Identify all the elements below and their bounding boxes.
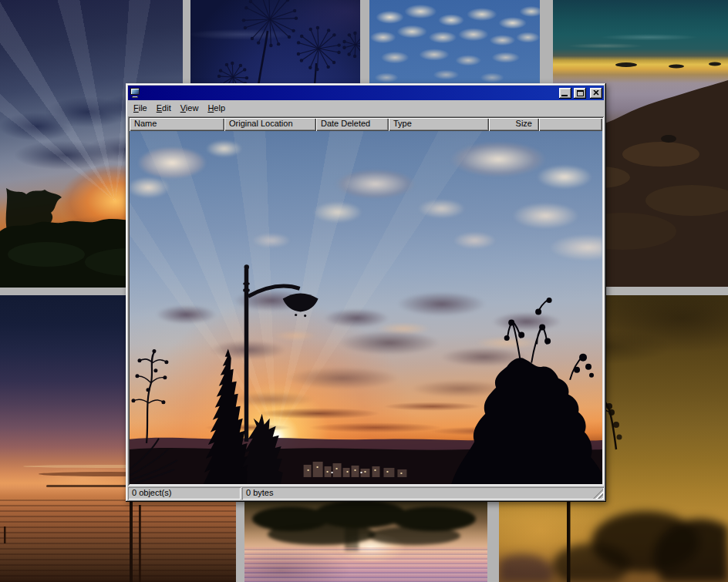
menu-help[interactable]: Help (203, 102, 230, 115)
column-header-name[interactable]: Name (130, 118, 224, 131)
menu-edit[interactable]: Edit (152, 102, 176, 115)
recycle-bin-window: File Edit View Help Name Original Locati… (126, 83, 606, 502)
column-header-date-deleted[interactable]: Date Deleted (316, 118, 389, 131)
minimize-icon (561, 95, 568, 96)
sapling-leaves (131, 349, 168, 404)
maximize-icon (577, 90, 584, 96)
sunset-photo-silhouettes (130, 131, 602, 484)
desktop: { "window": { "title": "", "icon": "comp… (0, 0, 728, 582)
computer-window-icon[interactable] (130, 88, 140, 98)
maximize-button[interactable] (574, 88, 586, 99)
right-tree-silhouette (451, 298, 602, 484)
status-total-size: 0 bytes (242, 487, 604, 500)
monitor-screen (130, 88, 140, 95)
menu-view[interactable]: View (176, 102, 204, 115)
close-icon (593, 90, 599, 96)
minimize-button[interactable] (559, 88, 571, 99)
title-bar[interactable] (128, 86, 604, 100)
menu-file[interactable]: File (129, 102, 152, 115)
street-lamp-silhouette (243, 264, 318, 442)
list-header-row: Name Original Location Date Deleted Type… (130, 118, 602, 131)
status-object-count: 0 object(s) (128, 487, 241, 500)
menu-bar: File Edit View Help (128, 101, 604, 116)
close-button[interactable] (590, 88, 602, 99)
file-list-view[interactable]: Name Original Location Date Deleted Type… (128, 116, 604, 486)
column-header-filler[interactable] (539, 118, 602, 131)
status-bar: 0 object(s) 0 bytes (128, 487, 604, 500)
column-header-original-location[interactable]: Original Location (224, 118, 316, 131)
column-header-size[interactable]: Size (489, 118, 539, 131)
sunset-wallpaper-photo (130, 131, 602, 484)
monitor-base (132, 96, 138, 98)
column-header-type[interactable]: Type (389, 118, 489, 131)
